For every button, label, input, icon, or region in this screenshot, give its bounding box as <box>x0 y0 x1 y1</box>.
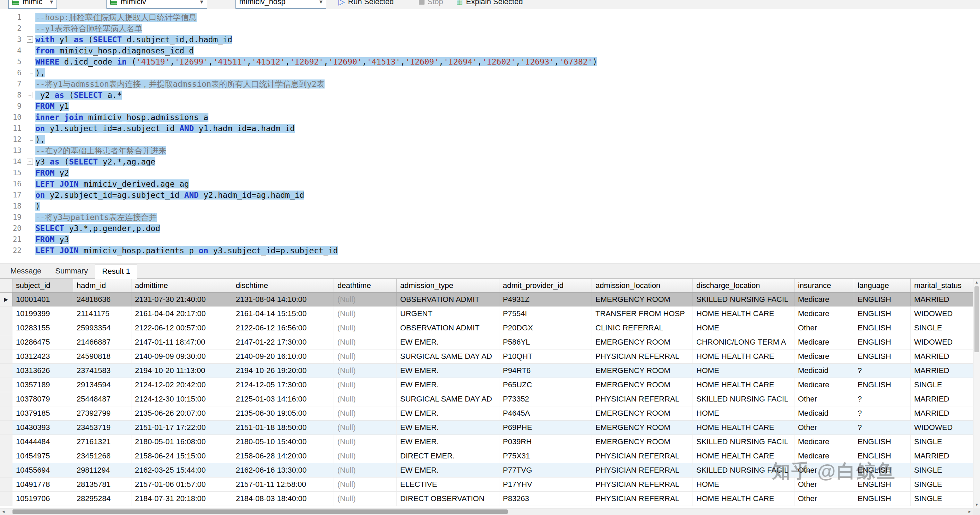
table-cell[interactable]: Other <box>794 392 854 406</box>
table-cell[interactable]: MARRIED <box>911 407 973 420</box>
line-number[interactable]: 5 <box>0 56 25 67</box>
table-cell[interactable]: PHYSICIAN REFERRAL <box>592 463 693 477</box>
line-number[interactable]: 16 <box>0 179 25 190</box>
editor-line[interactable]: 11on y1.subject_id=a.subject_id AND y1.h… <box>0 123 980 134</box>
table-cell[interactable]: SINGLE <box>911 435 973 449</box>
table-cell[interactable]: HOME <box>693 407 794 420</box>
table-cell[interactable]: EMERGENCY ROOM <box>592 407 693 420</box>
table-cell[interactable]: (Null) <box>334 478 397 491</box>
row-marker[interactable]: ▶ <box>0 293 13 306</box>
fold-marker[interactable] <box>25 167 35 179</box>
table-cell[interactable]: P69PHE <box>500 421 592 434</box>
fold-marker[interactable] <box>25 112 35 123</box>
stop-button[interactable]: Stop <box>416 0 446 9</box>
editor-line[interactable]: 16LEFT JOIN mimiciv_derived.age ag <box>0 179 980 190</box>
scroll-up-icon[interactable]: ▲ <box>974 279 980 285</box>
table-row[interactable]: 10378079254484872124-12-30 10:15:002125-… <box>0 392 973 407</box>
table-cell[interactable]: (Null) <box>334 449 397 463</box>
editor-line[interactable]: 20SELECT y3.*,p.gender,p.dod <box>0 223 980 234</box>
line-number[interactable]: 12 <box>0 134 25 145</box>
schema-select[interactable]: mimiciv_hosp ▾ <box>235 0 326 9</box>
table-cell[interactable]: Medicare <box>794 349 854 364</box>
table-cell[interactable]: DIRECT EMER. <box>397 449 500 463</box>
table-cell[interactable]: 2124-12-30 10:15:00 <box>131 392 232 406</box>
code-line-text[interactable]: ), <box>35 67 45 78</box>
line-number[interactable]: 8 <box>0 89 25 100</box>
table-cell[interactable]: HOME HEALTH CARE <box>693 378 794 392</box>
table-row[interactable]: 10313626237415832194-10-20 11:13:002194-… <box>0 364 973 378</box>
table-cell[interactable]: 10491778 <box>13 478 73 491</box>
table-cell[interactable]: ? <box>854 407 911 420</box>
table-cell[interactable]: PHYSICIAN REFERRAL <box>592 392 693 406</box>
fold-marker[interactable]: − <box>25 156 35 167</box>
table-cell[interactable]: 2147-01-22 17:30:00 <box>232 335 334 349</box>
table-cell[interactable]: (Null) <box>334 378 397 392</box>
table-cell[interactable]: WIDOWED <box>911 335 973 349</box>
table-cell[interactable]: ? <box>854 421 911 434</box>
column-header-hadm_id[interactable]: hadm_id <box>73 279 131 292</box>
connection-select[interactable]: mimic ▾ <box>8 0 57 9</box>
line-number[interactable]: 10 <box>0 112 25 123</box>
fold-marker[interactable] <box>25 100 35 112</box>
table-cell[interactable]: EW EMER. <box>397 463 500 477</box>
line-number[interactable]: 4 <box>0 45 25 56</box>
table-cell[interactable]: ENGLISH <box>854 321 911 335</box>
table-cell[interactable]: CLINIC REFERRAL <box>592 321 693 335</box>
column-header-discharge_location[interactable]: discharge_location <box>693 279 794 292</box>
editor-line[interactable]: 18) <box>0 201 980 212</box>
table-row[interactable]: 10357189291345942124-12-02 20:42:002124-… <box>0 378 973 392</box>
table-cell[interactable]: 2151-01-17 17:22:00 <box>131 421 232 434</box>
horizontal-scrollbar[interactable]: ◄ ► <box>0 508 973 515</box>
table-row[interactable]: 10286475214668872147-01-11 18:47:002147-… <box>0 335 973 349</box>
collapse-icon[interactable]: − <box>27 159 33 165</box>
table-cell[interactable]: Medicare <box>794 307 854 320</box>
table-cell[interactable]: Medicaid <box>794 407 854 420</box>
table-row[interactable]: 10430393234537192151-01-17 17:22:002151-… <box>0 421 973 435</box>
line-number[interactable]: 15 <box>0 167 25 179</box>
code-line-text[interactable]: y3 as (SELECT y2.*,ag.age <box>35 156 155 167</box>
table-cell[interactable]: P20DGX <box>500 321 592 335</box>
table-cell[interactable]: SINGLE <box>911 321 973 335</box>
line-number[interactable]: 2 <box>0 23 25 34</box>
table-cell[interactable]: EMERGENCY ROOM <box>592 293 693 306</box>
table-cell[interactable]: Other <box>794 478 854 491</box>
table-cell[interactable]: 2124-12-05 17:30:00 <box>232 378 334 392</box>
editor-line[interactable]: 5WHERE d.icd_code in ('41519','I2699','4… <box>0 56 980 67</box>
table-cell[interactable]: P4931Z <box>500 293 592 306</box>
table-cell[interactable]: ENGLISH <box>854 349 911 364</box>
editor-line[interactable]: 19--将y3与patients表左连接合并 <box>0 212 980 223</box>
table-cell[interactable]: 27161321 <box>73 435 131 449</box>
table-cell[interactable]: P17YHV <box>500 478 592 491</box>
table-cell[interactable]: 23453719 <box>73 421 131 434</box>
code-line-text[interactable]: SELECT y3.*,p.gender,p.dod <box>35 223 160 234</box>
table-cell[interactable]: MARRIED <box>911 449 973 463</box>
table-cell[interactable]: 2157-01-11 12:58:00 <box>232 478 334 491</box>
table-row[interactable]: 10455694298112942162-03-25 15:44:002162-… <box>0 463 973 478</box>
table-cell[interactable]: (Null) <box>334 421 397 434</box>
table-cell[interactable]: SINGLE <box>911 378 973 392</box>
table-cell[interactable]: 2140-09-09 09:30:00 <box>131 349 232 364</box>
vertical-scrollbar[interactable]: ▲ ▼ <box>973 279 980 508</box>
table-cell[interactable]: SKILLED NURSING FACIL <box>693 293 794 306</box>
table-cell[interactable]: SKILLED NURSING FACIL <box>693 463 794 477</box>
table-cell[interactable]: 2131-07-30 21:40:00 <box>131 293 232 306</box>
table-cell[interactable]: 2122-06-12 16:56:00 <box>232 321 334 335</box>
table-row[interactable]: 10491778281357812157-01-06 01:57:002157-… <box>0 478 973 492</box>
table-cell[interactable]: 2140-09-20 16:10:00 <box>232 349 334 364</box>
table-cell[interactable]: (Null) <box>334 492 397 505</box>
table-cell[interactable]: P586YL <box>500 335 592 349</box>
line-number[interactable]: 20 <box>0 223 25 234</box>
code-line-text[interactable]: --将y1与admssion表内连接，并提取admssion表的所有人口统计学信… <box>35 78 325 89</box>
editor-line[interactable]: 22LEFT JOIN mimiciv_hosp.patients p on y… <box>0 245 980 256</box>
table-cell[interactable]: WIDOWED <box>911 307 973 320</box>
table-cell[interactable]: 2124-12-02 20:42:00 <box>131 378 232 392</box>
run-selected-button[interactable]: ▷ Run Selected <box>336 0 397 9</box>
row-marker[interactable] <box>0 364 13 378</box>
editor-line[interactable]: 6), <box>0 67 980 78</box>
line-number[interactable]: 22 <box>0 245 25 256</box>
line-number[interactable]: 7 <box>0 78 25 89</box>
row-marker[interactable] <box>0 307 13 320</box>
table-cell[interactable]: ENGLISH <box>854 449 911 463</box>
table-cell[interactable]: 10001401 <box>13 293 73 306</box>
collapse-icon[interactable]: − <box>27 37 33 43</box>
